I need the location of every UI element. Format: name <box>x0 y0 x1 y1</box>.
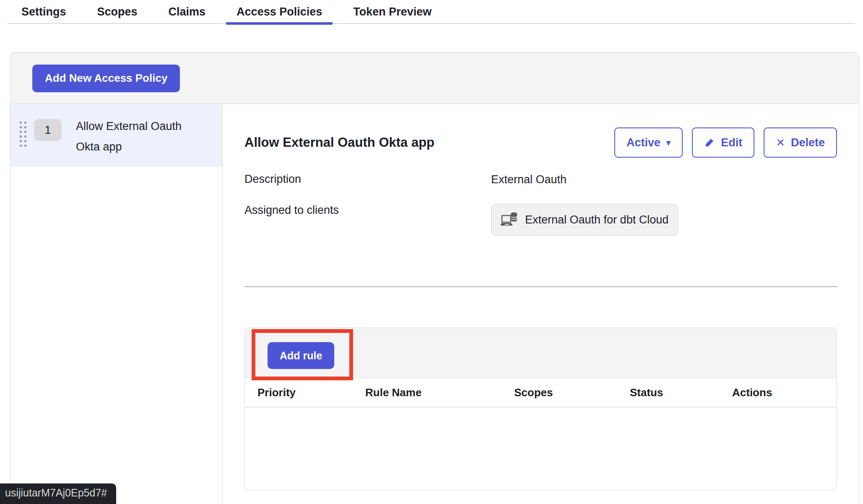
tab-claims-label: Claims <box>169 5 206 18</box>
tab-token-preview-label: Token Preview <box>353 5 432 18</box>
column-header-actions: Actions <box>732 386 837 399</box>
policy-detail-panel: Allow External Oauth Okta app Active ▾ E… <box>223 104 859 504</box>
rules-table-header-row: Priority Rule Name Scopes Status Actions <box>245 378 837 408</box>
close-icon: ✕ <box>776 136 785 149</box>
add-new-access-policy-button[interactable]: Add New Access Policy <box>32 65 180 92</box>
active-status-label: Active <box>626 136 660 149</box>
tab-access-policies[interactable]: Access Policies <box>237 0 322 23</box>
policy-info-grid: Description External Oauth Assigned to c… <box>244 173 837 236</box>
tab-scopes[interactable]: Scopes <box>97 0 138 23</box>
section-divider <box>244 286 837 287</box>
description-value: External Oauth <box>491 173 567 186</box>
column-header-priority: Priority <box>257 386 365 399</box>
assigned-to-clients-label: Assigned to clients <box>244 204 339 217</box>
tab-claims[interactable]: Claims <box>169 0 206 23</box>
rules-panel-header: Add rule <box>245 328 837 378</box>
description-label: Description <box>244 173 301 186</box>
policy-action-buttons: Active ▾ Edit ✕ Delete <box>614 127 837 158</box>
delete-button[interactable]: ✕ Delete <box>764 127 837 158</box>
add-rule-button[interactable]: Add rule <box>268 342 334 369</box>
column-header-scopes: Scopes <box>514 386 630 399</box>
tab-settings[interactable]: Settings <box>21 0 66 23</box>
column-header-status: Status <box>630 386 732 399</box>
tab-access-policies-label: Access Policies <box>237 5 322 18</box>
tab-token-preview[interactable]: Token Preview <box>353 0 432 23</box>
rules-table-empty-body <box>245 408 837 488</box>
tab-settings-label: Settings <box>21 5 66 18</box>
policy-list-item-label: Allow External Oauth Okta app <box>76 116 202 157</box>
column-header-rule-name: Rule Name <box>365 386 514 399</box>
rules-panel: Add rule Priority Rule Name Scopes Statu… <box>244 327 837 490</box>
page-title: Allow External Oauth Okta app <box>244 135 434 150</box>
tab-scopes-label: Scopes <box>97 5 138 18</box>
edit-button-label: Edit <box>721 136 742 149</box>
access-policies-card: Add New Access Policy 1 Allow External O… <box>10 52 859 504</box>
card-header: Add New Access Policy <box>10 53 859 104</box>
card-body: 1 Allow External Oauth Okta app Allow Ex… <box>10 104 859 504</box>
policy-header-row: Allow External Oauth Okta app Active ▾ E… <box>244 127 837 158</box>
drag-dots-icon[interactable] <box>18 120 27 147</box>
policy-priority-badge: 1 <box>34 119 62 141</box>
edit-button[interactable]: Edit <box>692 127 754 158</box>
active-tab-underline <box>226 22 333 25</box>
policy-list-sidebar: 1 Allow External Oauth Okta app <box>10 104 223 504</box>
link-preview-tooltip: usijiutarM7Aj0Ep5d7# <box>0 483 116 504</box>
pencil-icon <box>704 137 715 148</box>
policy-list-item-selected[interactable]: 1 Allow External Oauth Okta app <box>10 104 222 167</box>
chevron-down-icon: ▾ <box>666 138 671 148</box>
tab-bar: Settings Scopes Claims Access Policies T… <box>8 0 855 24</box>
assigned-client-chip-label: External Oauth for dbt Cloud <box>525 213 668 226</box>
active-status-dropdown-button[interactable]: Active ▾ <box>614 127 683 158</box>
laptop-database-icon <box>501 212 519 228</box>
assigned-client-chip[interactable]: External Oauth for dbt Cloud <box>491 204 678 236</box>
delete-button-label: Delete <box>791 136 825 149</box>
